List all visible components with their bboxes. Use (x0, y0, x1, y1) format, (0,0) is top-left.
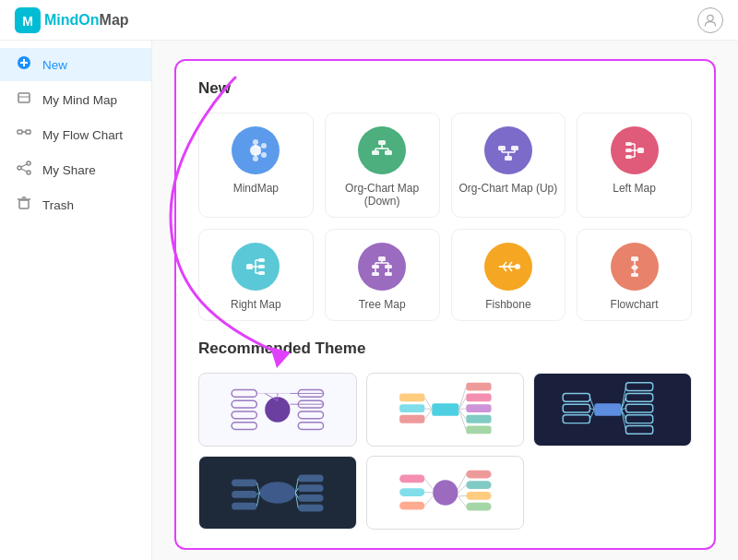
svg-rect-137 (298, 494, 323, 502)
map-item-treemap[interactable]: Tree Map (325, 229, 440, 321)
orgup-label: Org-Chart Map (Up) (459, 182, 558, 195)
user-icon (703, 13, 718, 28)
map-item-fishbone[interactable]: Fishbone (451, 229, 566, 321)
leftmap-icon-circle (611, 126, 659, 174)
share-icon (15, 161, 33, 179)
map-item-orgdown[interactable]: Org-Chart Map (Down) (325, 113, 440, 218)
theme-item-4[interactable] (198, 456, 357, 530)
theme-item-1[interactable] (198, 373, 357, 447)
treemap-label: Tree Map (359, 298, 406, 311)
sidebar-new-label: New (42, 58, 67, 72)
sidebar-item-new[interactable]: New (0, 48, 151, 81)
svg-text:M: M (22, 14, 33, 29)
svg-rect-100 (432, 403, 458, 416)
orgup-icon-circle (484, 126, 532, 174)
sidebar: New My Mind Map My Flow Chart (0, 41, 152, 560)
svg-rect-8 (18, 130, 22, 134)
svg-rect-31 (385, 150, 392, 155)
new-section-title: New (198, 79, 692, 98)
orgdown-label: Org-Chart Map (Down) (333, 182, 432, 208)
fishbone-icon (495, 254, 521, 280)
svg-rect-6 (18, 93, 30, 102)
svg-rect-56 (258, 265, 265, 268)
svg-rect-125 (564, 415, 590, 423)
svg-rect-152 (466, 492, 491, 500)
svg-line-157 (458, 474, 466, 489)
svg-line-116 (424, 410, 432, 419)
svg-line-112 (458, 410, 466, 419)
sidebar-myshare-label: My Share (42, 163, 96, 177)
svg-rect-122 (626, 426, 653, 435)
svg-rect-119 (626, 393, 653, 401)
svg-rect-150 (466, 471, 491, 479)
map-item-leftmap[interactable]: Left Map (577, 113, 692, 218)
user-avatar-button[interactable] (697, 7, 723, 33)
svg-rect-9 (26, 130, 30, 134)
flowchart-icon (622, 254, 648, 280)
svg-line-133 (590, 410, 595, 419)
flowchart-nav-icon (15, 125, 33, 144)
svg-line-109 (458, 387, 466, 410)
mindmap-icon-circle (232, 126, 280, 174)
trash-icon (15, 196, 33, 214)
svg-rect-65 (385, 265, 392, 268)
sidebar-item-trash[interactable]: Trash (0, 188, 151, 221)
sidebar-item-mymindmap[interactable]: My Mind Map (0, 83, 151, 116)
svg-line-163 (424, 496, 433, 506)
svg-rect-121 (626, 415, 653, 423)
theme-item-2[interactable] (366, 373, 525, 447)
svg-rect-29 (378, 140, 386, 145)
treemap-icon-circle (358, 243, 406, 291)
theme-item-3[interactable] (533, 373, 692, 447)
svg-line-130 (622, 410, 626, 430)
map-item-flowchart[interactable]: Flowchart (577, 229, 692, 321)
svg-rect-48 (625, 155, 632, 159)
svg-rect-102 (466, 393, 491, 401)
sidebar-item-myshare[interactable]: My Share (0, 153, 151, 186)
logo-icon: M (15, 7, 41, 33)
svg-rect-67 (385, 272, 392, 276)
map-item-orgup[interactable]: Org-Chart Map (Up) (451, 113, 566, 218)
header: M MindOnMap (0, 0, 738, 41)
mindmap-nav-icon (15, 90, 33, 109)
svg-rect-135 (298, 475, 323, 483)
theme-preview-4 (199, 457, 356, 529)
body: New My Mind Map My Flow Chart (0, 41, 738, 560)
rightmap-icon-circle (232, 243, 280, 291)
map-item-mindmap[interactable]: MindMap (198, 113, 314, 218)
mindmap-icon (243, 137, 268, 163)
theme-preview-3 (534, 374, 691, 446)
map-icon (17, 90, 31, 105)
svg-line-114 (424, 398, 432, 410)
plus-circle-icon (17, 55, 31, 70)
svg-line-146 (256, 483, 259, 493)
svg-rect-156 (399, 502, 424, 510)
svg-rect-47 (625, 149, 632, 152)
svg-rect-105 (466, 426, 491, 435)
map-item-rightmap[interactable]: Right Map (198, 229, 314, 321)
svg-rect-66 (372, 272, 379, 276)
sidebar-trash-label: Trash (42, 198, 74, 212)
flow-icon (17, 125, 31, 140)
svg-rect-118 (626, 383, 653, 391)
svg-rect-136 (298, 484, 323, 492)
sidebar-item-myflowchart[interactable]: My Flow Chart (0, 118, 151, 151)
fishbone-icon-circle (484, 243, 532, 291)
svg-point-11 (27, 161, 30, 165)
svg-rect-93 (232, 411, 256, 419)
theme-item-5[interactable] (366, 456, 525, 530)
map-grid: MindMap (198, 113, 692, 321)
svg-rect-63 (378, 256, 386, 261)
theme-preview-1 (199, 374, 356, 446)
svg-rect-117 (595, 403, 622, 416)
sidebar-myflowchart-label: My Flow Chart (42, 128, 123, 142)
svg-rect-45 (637, 148, 644, 153)
svg-line-14 (21, 164, 27, 167)
sidebar-mymindmap-label: My Mind Map (42, 93, 117, 107)
svg-rect-81 (631, 256, 638, 261)
flowchart-label: Flowchart (611, 298, 659, 311)
svg-rect-103 (466, 404, 491, 412)
svg-rect-104 (466, 415, 491, 423)
svg-rect-30 (372, 150, 379, 155)
svg-point-86 (265, 397, 290, 422)
